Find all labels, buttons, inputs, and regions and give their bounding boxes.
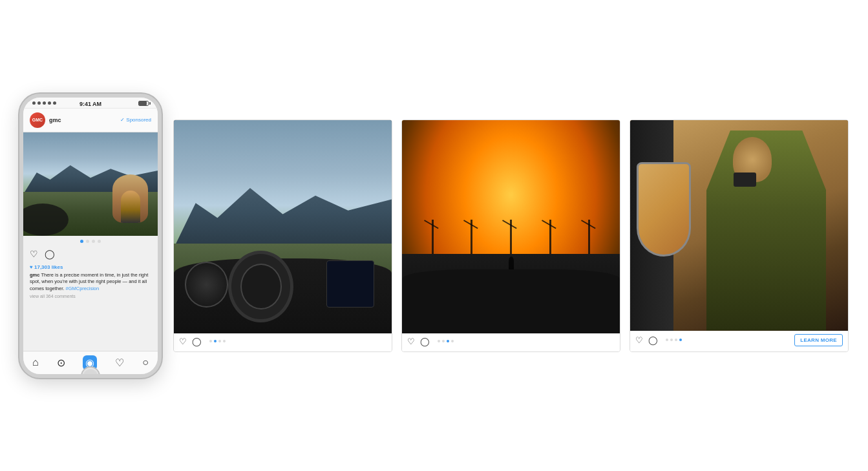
card-2-image (402, 120, 620, 333)
card-1-bottom: ♡ ◯ (174, 333, 392, 351)
dot-2 (86, 240, 89, 243)
card-1-image (174, 120, 392, 333)
card-1-dot-4 (223, 340, 226, 342)
card-2-dot-1 (438, 340, 440, 342)
comment-icon[interactable]: ◯ (45, 249, 55, 259)
person-reflection (121, 191, 140, 223)
c1-infotainment (326, 260, 374, 308)
card-3-comment-icon[interactable]: ◯ (648, 335, 658, 345)
phone-vol-up (19, 143, 20, 157)
windmill-2 (471, 220, 472, 258)
phone-vol-down (19, 162, 20, 176)
windmill-4 (549, 220, 551, 258)
learn-more-button[interactable]: LEARN MORE (794, 334, 843, 346)
phone-speaker (78, 94, 103, 96)
card-1-actions: ♡ ◯ (179, 337, 386, 346)
nav-search-icon[interactable]: ⊙ (57, 357, 65, 369)
card-3-dots (666, 339, 682, 341)
c2-windmills (402, 220, 620, 258)
card-3-dot-2 (670, 339, 673, 341)
nav-profile-icon[interactable]: ○ (142, 357, 149, 368)
likes-count: ♥ 17,303 likes (30, 264, 151, 271)
view-comments[interactable]: view all 364 comments (30, 293, 151, 300)
ig-post-actions: ♡ ◯ (23, 247, 158, 261)
card-3-dot-3 (675, 339, 677, 341)
card-3-like-icon[interactable]: ♡ (635, 335, 643, 345)
side-mirror (112, 174, 148, 223)
c2-person (509, 256, 514, 269)
caption-text: gmc There is a precise moment in time, i… (30, 272, 151, 293)
sponsored-label: ✓ Sponsored (120, 117, 151, 123)
windmill-5 (588, 220, 590, 258)
carousel-card-2: ♡ ◯ (401, 120, 620, 352)
carousel-card-1: ♡ ◯ (173, 120, 392, 352)
phone-status-bar: 9:41 AM (23, 98, 158, 109)
c3-camera (734, 173, 756, 187)
card-3-actions: ♡ ◯ LEARN MORE (635, 334, 843, 346)
card-2-dot-4 (451, 340, 454, 342)
c1-steering-wheel (228, 251, 293, 322)
card-1-comment-icon[interactable]: ◯ (192, 337, 202, 346)
nav-heart-icon[interactable]: ♡ (115, 357, 124, 369)
phone-device: 9:41 AM GMC gmc ✓ Sponsored (19, 94, 162, 378)
avatar: GMC (30, 112, 45, 128)
c1-gauge (185, 262, 228, 308)
nav-home-icon[interactable]: ⌂ (32, 357, 39, 368)
ig-caption: ♥ 17,303 likes gmc There is a precise mo… (23, 261, 158, 351)
card-3-dot-1 (666, 339, 668, 341)
card-2-bottom: ♡ ◯ (402, 333, 620, 351)
ig-post-image (23, 132, 158, 236)
dot-1 (80, 240, 83, 243)
windmill-3 (510, 220, 512, 258)
caption-hashtag: #GMCprecision (65, 286, 99, 291)
c2-dashboard (402, 269, 620, 333)
caption-username: gmc (30, 272, 39, 278)
card-3-image (630, 120, 848, 331)
main-container: 9:41 AM GMC gmc ✓ Sponsored (0, 0, 868, 471)
phone-time: 9:41 AM (79, 101, 101, 107)
card-1-dots (209, 340, 226, 342)
c3-side-mirror (637, 162, 691, 257)
ig-username: gmc (49, 117, 61, 123)
windmill-1 (432, 220, 434, 258)
carousel-card-3: ♡ ◯ LEARN MORE (630, 120, 849, 352)
battery-indicator (138, 101, 149, 106)
ig-user-info[interactable]: GMC gmc (30, 112, 61, 128)
card-1-dot-1 (209, 340, 212, 342)
card-3-bottom: ♡ ◯ LEARN MORE (630, 331, 848, 351)
signal-dots (32, 101, 56, 105)
card-1-dot-3 (218, 340, 221, 342)
dot-4 (98, 240, 101, 243)
card-2-dot-2 (442, 340, 445, 342)
like-icon[interactable]: ♡ (30, 249, 38, 259)
phone-wrapper: 9:41 AM GMC gmc ✓ Sponsored (19, 94, 162, 378)
card-2-dot-3 (447, 340, 449, 342)
instagram-header: GMC gmc ✓ Sponsored (23, 109, 158, 132)
cards-container: ♡ ◯ (173, 13, 849, 458)
card-2-actions: ♡ ◯ (407, 337, 615, 346)
phone-side-button (161, 149, 162, 172)
card-3-dot-4 (679, 339, 682, 341)
card-2-comment-icon[interactable]: ◯ (420, 337, 430, 346)
dot-3 (92, 240, 95, 243)
card-1-like-icon[interactable]: ♡ (179, 337, 187, 346)
verified-icon: ✓ (120, 117, 125, 123)
heart-icon: ♥ (30, 264, 33, 270)
card-1-dot-2 (214, 340, 217, 342)
card-2-dots (438, 340, 454, 342)
card-2-like-icon[interactable]: ♡ (407, 337, 415, 346)
post-dots-indicator (23, 236, 158, 247)
